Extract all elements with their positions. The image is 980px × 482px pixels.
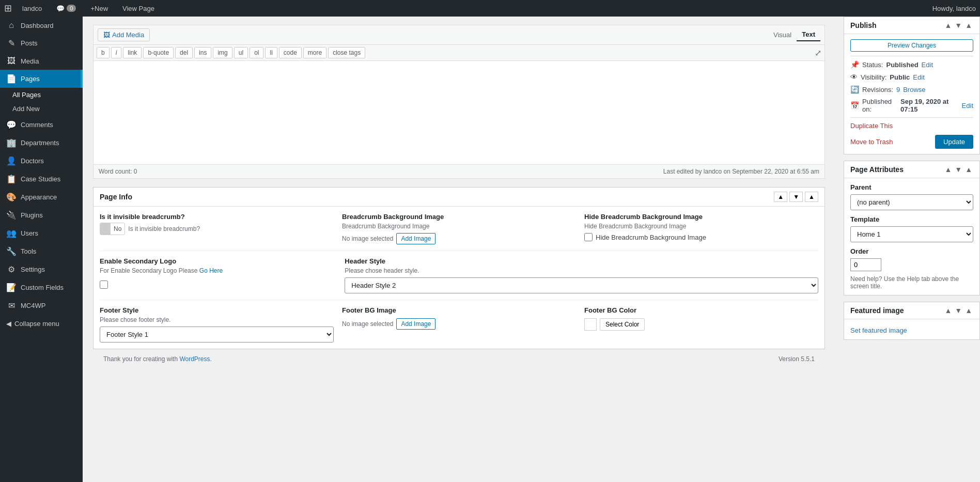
go-here-link[interactable]: Go Here xyxy=(199,267,223,274)
parent-select[interactable]: (no parent) xyxy=(850,194,973,210)
move-to-trash-link[interactable]: Move to Trash xyxy=(850,138,893,146)
format-italic[interactable]: i xyxy=(111,47,122,58)
template-select[interactable]: Home 1 Home 2 Default xyxy=(850,226,973,242)
sidebar-item-posts[interactable]: ✎ Posts xyxy=(0,34,83,52)
fi-up-btn[interactable]: ▲ xyxy=(943,306,953,315)
footer-style-section: Footer Style Please chose footer style. … xyxy=(100,306,334,343)
format-bquote[interactable]: b-quote xyxy=(143,47,174,58)
format-ins[interactable]: ins xyxy=(194,47,211,58)
format-close-tags[interactable]: close tags xyxy=(328,47,365,58)
sidebar-item-pages[interactable]: 📄 Pages xyxy=(0,70,83,88)
publish-down-btn[interactable]: ▼ xyxy=(954,21,963,29)
sidebar-item-dashboard[interactable]: ⌂ Dashboard xyxy=(0,17,83,34)
expand-editor-icon[interactable]: ⤢ xyxy=(815,49,821,57)
publish-up-btn[interactable]: ▲ xyxy=(943,21,953,29)
sidebar-item-appearance[interactable]: 🎨 Appearance xyxy=(0,188,83,206)
sidebar-all-pages[interactable]: All Pages xyxy=(6,88,83,102)
adminbar-new[interactable]: + New xyxy=(86,0,112,17)
format-del[interactable]: del xyxy=(175,47,193,58)
wp-logo-icon[interactable]: ⊞ xyxy=(4,3,12,14)
revisions-browse-link[interactable]: 9 xyxy=(896,86,900,94)
status-edit-link[interactable]: Edit xyxy=(922,61,933,69)
page-info-down-btn[interactable]: ▼ xyxy=(789,192,803,202)
published-edit-link[interactable]: Edit xyxy=(962,102,973,110)
format-code[interactable]: code xyxy=(279,47,302,58)
sidebar-item-plugins[interactable]: 🔌 Plugins xyxy=(0,206,83,224)
version-info: Version 5.5.1 xyxy=(779,355,815,363)
add-footer-image-btn[interactable]: Add Image xyxy=(396,318,435,330)
right-sidebar: Publish ▲ ▼ ▲ Preview Changes 📌 Status: … xyxy=(835,17,980,482)
format-ul[interactable]: ul xyxy=(234,47,248,58)
attrs-up-btn[interactable]: ▲ xyxy=(943,165,953,174)
footer-bg-image-row: No image selected Add Image xyxy=(342,318,576,330)
sidebar-item-doctors[interactable]: 👤 Doctors xyxy=(0,152,83,170)
hide-breadcrumb-checkbox[interactable] xyxy=(584,233,593,241)
format-more[interactable]: more xyxy=(303,47,326,58)
preview-changes-btn[interactable]: Preview Changes xyxy=(850,39,973,52)
page-attributes-header[interactable]: Page Attributes ▲ ▼ ▲ xyxy=(844,161,979,178)
visibility-icon: 👁 xyxy=(850,73,858,81)
format-bold[interactable]: b xyxy=(97,47,110,58)
sidebar-add-new[interactable]: Add New xyxy=(6,102,83,116)
status-icon: 📌 xyxy=(850,60,859,69)
page-info-body: Is it invisible breadcrumb? No Is it inv… xyxy=(94,207,825,349)
featured-image-header[interactable]: Featured image ▲ ▼ ▲ xyxy=(844,302,979,319)
footer-bg-image-label: Footer BG Image xyxy=(342,306,576,314)
attrs-down-btn[interactable]: ▼ xyxy=(954,165,963,174)
header-style-select[interactable]: Header Style 1 Header Style 2 Header Sty… xyxy=(345,277,818,293)
page-attributes-arrows: ▲ ▼ ▲ xyxy=(943,165,973,174)
sidebar-item-custom-fields[interactable]: 📝 Custom Fields xyxy=(0,278,83,297)
sidebar-item-mc4wp[interactable]: ✉ MC4WP xyxy=(0,297,83,315)
format-ol[interactable]: ol xyxy=(250,47,263,58)
sidebar-item-users[interactable]: 👥 Users xyxy=(0,224,83,242)
publish-collapse-btn[interactable]: ▲ xyxy=(964,21,973,29)
sidebar-item-media[interactable]: 🖼 Media xyxy=(0,52,83,70)
page-attributes-title: Page Attributes xyxy=(850,165,904,174)
toggle-control[interactable]: No xyxy=(100,223,125,235)
tab-text[interactable]: Text xyxy=(797,28,820,41)
adminbar-site[interactable]: landco xyxy=(18,0,46,17)
format-img[interactable]: img xyxy=(213,47,232,58)
publish-panel-header[interactable]: Publish ▲ ▼ ▲ xyxy=(844,17,979,34)
breadcrumb-bg-sublabel: Breadcrumb Background Image xyxy=(342,223,576,230)
publish-panel-body: Preview Changes 📌 Status: Published Edit… xyxy=(844,34,979,154)
revisions-link[interactable]: Browse xyxy=(903,86,925,94)
attrs-collapse-btn[interactable]: ▲ xyxy=(964,165,973,174)
order-input[interactable] xyxy=(850,258,881,271)
collapse-menu-btn[interactable]: ◀ Collapse menu xyxy=(0,315,83,333)
color-swatch xyxy=(584,318,597,331)
secondary-logo-checkbox[interactable] xyxy=(100,281,108,289)
editor-textarea[interactable] xyxy=(94,61,825,164)
wordpress-link[interactable]: WordPress xyxy=(179,355,210,363)
adminbar-view-page[interactable]: View Page xyxy=(118,0,159,17)
sidebar-item-case-studies[interactable]: 📋 Case Studies xyxy=(0,170,83,188)
add-breadcrumb-image-btn[interactable]: Add Image xyxy=(396,233,435,244)
tab-visual[interactable]: Visual xyxy=(768,29,797,41)
format-li[interactable]: li xyxy=(265,47,277,58)
editor-tabs: Visual Text xyxy=(768,28,820,41)
fi-down-btn[interactable]: ▼ xyxy=(954,306,963,315)
tools-icon: 🔧 xyxy=(6,246,17,256)
sidebar-item-settings[interactable]: ⚙ Settings xyxy=(0,260,83,278)
sidebar-item-departments[interactable]: 🏢 Departments xyxy=(0,134,83,152)
page-info-up-btn[interactable]: ▲ xyxy=(774,192,787,202)
duplicate-this-link[interactable]: Duplicate This xyxy=(850,122,973,130)
visibility-label: Visibility: xyxy=(861,73,886,81)
add-media-button[interactable]: 🖼 Add Media xyxy=(98,28,150,41)
sidebar-item-tools[interactable]: 🔧 Tools xyxy=(0,242,83,260)
footer-style-select[interactable]: Footer Style 1 Footer Style 2 Footer Sty… xyxy=(100,326,334,343)
invisible-breadcrumb-label: Is it invisible breadcrumb? xyxy=(100,213,334,221)
page-info-header[interactable]: Page Info ▲ ▼ ▲ xyxy=(94,188,825,207)
revisions-label: Revisions: xyxy=(862,86,893,94)
page-info-collapse-btn[interactable]: ▲ xyxy=(805,192,818,202)
update-button[interactable]: Update xyxy=(935,135,973,149)
custom-fields-icon: 📝 xyxy=(6,283,17,292)
fi-collapse-btn[interactable]: ▲ xyxy=(964,306,973,315)
page-attributes-body: Parent (no parent) Template Home 1 Home … xyxy=(844,178,979,295)
select-color-btn[interactable]: Select Color xyxy=(600,318,645,331)
format-link[interactable]: link xyxy=(123,47,142,58)
visibility-edit-link[interactable]: Edit xyxy=(913,73,924,81)
set-featured-image-link[interactable]: Set featured image xyxy=(850,326,973,334)
sidebar-item-comments[interactable]: 💬 Comments xyxy=(0,116,83,134)
adminbar-comments[interactable]: 💬 0 xyxy=(52,0,80,17)
